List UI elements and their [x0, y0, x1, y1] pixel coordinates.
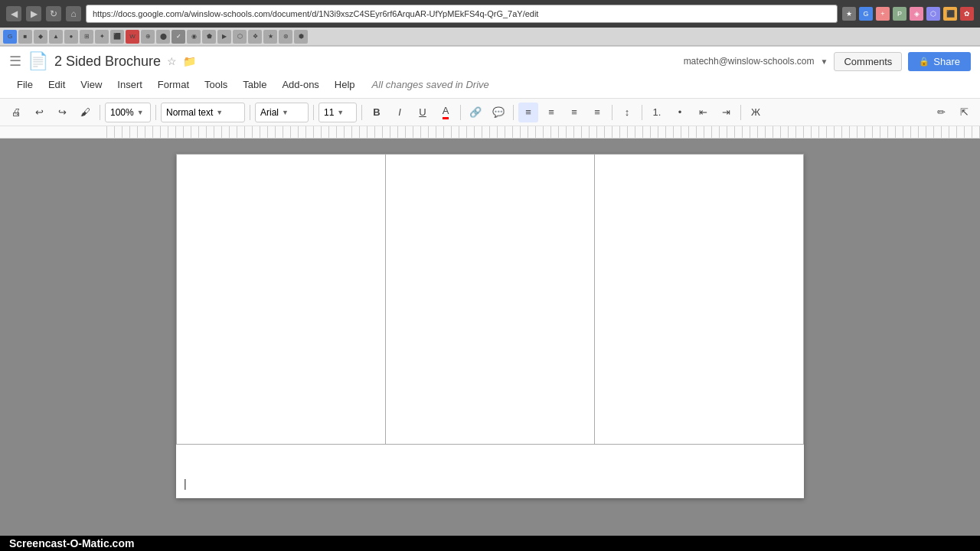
document-page[interactable]: |	[176, 154, 804, 498]
align-justify-btn[interactable]: ≡	[587, 103, 607, 122]
ext-bar-icon-13: ◉	[187, 30, 201, 44]
ext-bar-icon-14: ⬟	[202, 30, 216, 44]
comments-button[interactable]: Comments	[834, 52, 902, 71]
folder-icon[interactable]: 📁	[183, 55, 196, 67]
menu-insert[interactable]: Insert	[109, 76, 150, 93]
left-panel	[0, 139, 100, 483]
ext-bar-icon-11: ⬤	[156, 30, 170, 44]
insert-link-btn[interactable]: 🔗	[466, 103, 485, 122]
user-email: matechh@winslow-schools.com	[684, 56, 815, 67]
right-panel	[880, 139, 980, 483]
watermark-bar: Screencast-O-Matic.com	[0, 536, 980, 551]
ext-bar-icon-10: ⊕	[141, 30, 155, 44]
font-size-select[interactable]: 11 ▼	[318, 103, 357, 122]
ext-bar-icon-12: ✓	[172, 30, 185, 44]
ext-bar-icon-5: ●	[64, 30, 78, 44]
undo-btn[interactable]: ↩	[29, 103, 49, 122]
underline-btn[interactable]: U	[413, 103, 433, 122]
ext-icon-5: ⬡	[926, 7, 940, 21]
address-bar[interactable]: https://docs.google.com/a/winslow-school…	[86, 5, 838, 23]
table-cell-2[interactable]	[386, 155, 595, 445]
ext-icon-3: P	[893, 7, 906, 21]
user-dropdown-icon[interactable]: ▼	[821, 57, 828, 66]
pen-btn[interactable]: ✏	[931, 103, 951, 122]
table-cell-3[interactable]	[595, 155, 804, 445]
lock-icon: 🔒	[919, 57, 929, 67]
ext-bar-icon-19: ⊛	[279, 30, 292, 44]
star-icon[interactable]: ☆	[167, 55, 177, 67]
docs-logo: 📄	[28, 51, 48, 71]
menu-view[interactable]: View	[73, 76, 109, 93]
ext-bar-icon-1: G	[3, 30, 17, 44]
extension-bar: G ■ ◆ ▲ ● ⊞ ✦ ⬛ W ⊕ ⬤ ✓ ◉ ⬟ ▶ ⬡ ❖ ★ ⊛ ⬢	[0, 28, 980, 46]
ext-icon-7: ✿	[960, 7, 974, 21]
bookmark-icon[interactable]: ★	[842, 7, 856, 21]
ext-bar-icon-16: ⬡	[233, 30, 247, 44]
style-select[interactable]: Normal text ▼	[161, 103, 245, 122]
expand-btn[interactable]: ⇱	[954, 103, 974, 122]
menu-addons[interactable]: Add-ons	[274, 76, 326, 93]
ext-bar-icon-15: ▶	[217, 30, 231, 44]
ext-icon-1: G	[859, 7, 873, 21]
ext-bar-icon-6: ⊞	[80, 30, 93, 44]
ext-bar-icon-7: ✦	[95, 30, 109, 44]
ext-bar-icon-3: ◆	[34, 30, 47, 44]
document-canvas: |	[100, 139, 880, 483]
menu-file[interactable]: File	[9, 76, 41, 93]
bullet-list-btn[interactable]: •	[670, 103, 690, 122]
font-select[interactable]: Arial ▼	[255, 103, 309, 122]
menu-tools[interactable]: Tools	[197, 76, 235, 93]
ruler	[0, 126, 980, 139]
formatting-toolbar: 🖨 ↩ ↪ 🖌 100% ▼ Normal text ▼ Arial ▼ 11 …	[0, 99, 980, 126]
ext-icon-4: ◈	[910, 7, 923, 21]
align-center-btn[interactable]: ≡	[541, 103, 561, 122]
document-table	[176, 154, 804, 445]
watermark-text: Screencast-O-Matic.com	[9, 537, 134, 549]
ext-bar-icon-8: ⬛	[110, 30, 124, 44]
table-cell-1[interactable]	[177, 155, 386, 445]
menu-bar: File Edit View Insert Format Tools Table…	[9, 74, 971, 95]
ext-icon-6: ⬛	[943, 7, 957, 21]
menu-format[interactable]: Format	[150, 76, 197, 93]
ext-bar-icon-18: ★	[263, 30, 277, 44]
insert-comment-btn[interactable]: 💬	[488, 103, 508, 122]
ext-bar-icon-17: ❖	[248, 30, 262, 44]
ext-bar-icon-2: ■	[18, 30, 32, 44]
align-left-btn[interactable]: ≡	[518, 103, 538, 122]
decrease-indent-btn[interactable]: ⇤	[693, 103, 713, 122]
paint-format-btn[interactable]: 🖌	[75, 103, 95, 122]
text-color-btn[interactable]: A	[436, 103, 456, 122]
nav-forward-btn[interactable]: ▶	[26, 6, 41, 21]
autosave-status: All changes saved in Drive	[372, 79, 489, 90]
ext-bar-icon-20: ⬢	[294, 30, 308, 44]
zoom-select[interactable]: 100% ▼	[105, 103, 151, 122]
menu-help[interactable]: Help	[327, 76, 363, 93]
ext-bar-icon-4: ▲	[49, 30, 63, 44]
redo-btn[interactable]: ↪	[52, 103, 72, 122]
print-btn[interactable]: 🖨	[6, 103, 26, 122]
menu-table[interactable]: Table	[235, 76, 274, 93]
ext-icon-2: +	[876, 7, 890, 21]
bold-btn[interactable]: B	[367, 103, 387, 122]
document-title[interactable]: 2 Sided Brochure	[54, 54, 161, 70]
nav-back-btn[interactable]: ◀	[6, 6, 21, 21]
text-cursor: |	[184, 477, 187, 491]
clear-format-btn[interactable]: Ж	[746, 103, 766, 122]
share-button[interactable]: 🔒 Share	[908, 52, 971, 71]
hamburger-icon[interactable]: ☰	[9, 53, 21, 70]
line-spacing-btn[interactable]: ↕	[617, 103, 637, 122]
nav-refresh-btn[interactable]: ↻	[46, 6, 61, 21]
menu-edit[interactable]: Edit	[41, 76, 73, 93]
nav-home-btn[interactable]: ⌂	[66, 6, 81, 21]
ext-bar-icon-9: W	[126, 30, 139, 44]
numbered-list-btn[interactable]: 1.	[647, 103, 667, 122]
italic-btn[interactable]: I	[390, 103, 410, 122]
align-right-btn[interactable]: ≡	[564, 103, 584, 122]
increase-indent-btn[interactable]: ⇥	[716, 103, 736, 122]
